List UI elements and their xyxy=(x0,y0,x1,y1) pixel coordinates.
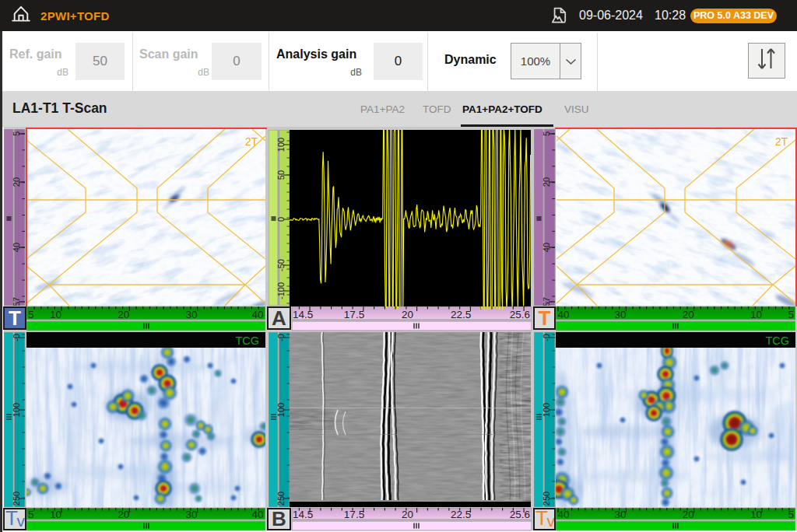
svg-text:5: 5 xyxy=(788,509,794,520)
svg-text:-0: -0 xyxy=(542,334,551,341)
svg-text:TCG: TCG xyxy=(765,334,789,347)
svg-text:17.5: 17.5 xyxy=(344,309,364,320)
svg-text:0: 0 xyxy=(276,217,286,222)
svg-text:-0: -0 xyxy=(12,334,21,341)
svg-text:5: 5 xyxy=(788,309,794,320)
svg-text:20: 20 xyxy=(118,509,129,520)
svg-text:100: 100 xyxy=(276,403,286,417)
svg-text:14.5: 14.5 xyxy=(293,509,313,520)
svg-text:14.5: 14.5 xyxy=(293,309,313,320)
svg-text:20: 20 xyxy=(12,177,21,187)
svg-text:250: 250 xyxy=(12,492,21,506)
svg-text:30: 30 xyxy=(614,309,626,320)
svg-text:50: 50 xyxy=(276,170,286,180)
svg-text:40: 40 xyxy=(557,509,569,520)
svg-text:-0: -0 xyxy=(276,334,286,341)
svg-text:25.6: 25.6 xyxy=(510,309,530,320)
svg-text:40: 40 xyxy=(251,309,263,320)
svg-text:25.6: 25.6 xyxy=(510,509,530,520)
svg-text:20: 20 xyxy=(683,309,694,320)
svg-text:10: 10 xyxy=(50,309,61,320)
svg-text:40: 40 xyxy=(557,309,569,320)
svg-text:100: 100 xyxy=(12,403,21,417)
svg-text:20: 20 xyxy=(118,309,129,320)
svg-text:10: 10 xyxy=(50,509,61,520)
svg-text:30: 30 xyxy=(186,509,198,520)
svg-text:10: 10 xyxy=(750,309,762,320)
svg-text:22.5: 22.5 xyxy=(451,309,471,320)
svg-text:40: 40 xyxy=(12,243,21,252)
svg-text:30: 30 xyxy=(614,509,626,520)
svg-text:-50: -50 xyxy=(276,259,286,271)
svg-text:57: 57 xyxy=(12,297,21,306)
svg-text:5: 5 xyxy=(28,309,34,320)
svg-text:TCG: TCG xyxy=(235,334,259,347)
svg-text:250: 250 xyxy=(276,492,286,506)
svg-text:10: 10 xyxy=(750,509,762,520)
svg-text:20: 20 xyxy=(402,509,413,520)
svg-text:40: 40 xyxy=(251,509,263,520)
svg-text:-100: -100 xyxy=(276,282,286,299)
svg-text:2T: 2T xyxy=(245,135,258,148)
svg-text:57: 57 xyxy=(542,297,551,306)
svg-text:20: 20 xyxy=(542,177,551,187)
svg-text:250: 250 xyxy=(542,492,551,506)
svg-text:100: 100 xyxy=(276,138,286,152)
svg-text:17.5: 17.5 xyxy=(344,509,364,520)
svg-text:22.5: 22.5 xyxy=(451,509,471,520)
svg-text:30: 30 xyxy=(186,309,198,320)
svg-text:20: 20 xyxy=(402,309,413,320)
svg-text:100: 100 xyxy=(542,403,551,417)
svg-text:20: 20 xyxy=(683,509,694,520)
svg-text:5: 5 xyxy=(12,131,21,136)
svg-text:2T: 2T xyxy=(775,135,788,148)
svg-text:5: 5 xyxy=(28,509,34,520)
svg-text:5: 5 xyxy=(542,131,551,136)
svg-text:40: 40 xyxy=(542,243,551,252)
